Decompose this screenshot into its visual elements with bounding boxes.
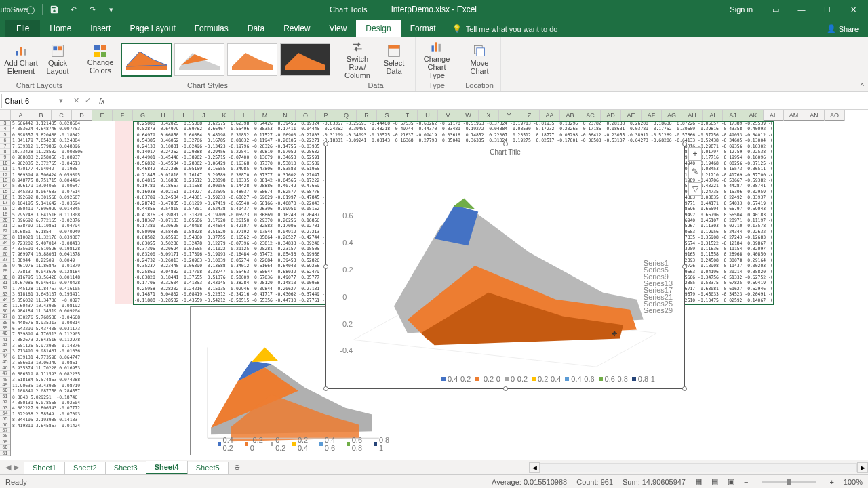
svg-rect-1 (20, 47, 22, 56)
sheet-nav-prev-icon[interactable]: ◀ (5, 463, 11, 472)
tab-data[interactable]: Data (238, 20, 274, 37)
sheet-tab-3[interactable]: Sheet3 (106, 462, 146, 474)
change-colors-button[interactable]: Change Colors (83, 38, 117, 81)
chart-tools-label: Chart Tools (330, 5, 367, 14)
sheet-nav-next-icon[interactable]: ▶ (14, 463, 19, 472)
svg-marker-22 (252, 347, 279, 362)
scroll-left-icon[interactable]: ◀ (529, 462, 540, 473)
tab-page-layout[interactable]: Page Layout (120, 20, 184, 37)
svg-rect-4 (53, 46, 57, 50)
svg-rect-2 (24, 49, 26, 55)
change-chart-type-button[interactable]: Change Chart Type (420, 38, 454, 81)
sheet-tab-4[interactable]: Sheet4 (146, 461, 188, 474)
tab-insert[interactable]: Insert (81, 20, 120, 37)
zoom-level[interactable]: 100% (844, 478, 863, 486)
resize-handle[interactable] (323, 142, 328, 146)
zoom-out-icon[interactable]: − (744, 478, 748, 486)
data-cells-left[interactable]: 5.666442 3.121435 0.028604 4.053624 4.64… (12, 121, 83, 428)
style-thumb-4[interactable] (280, 43, 330, 76)
select-data-button[interactable]: Select Data (377, 38, 411, 81)
resize-handle[interactable] (323, 264, 328, 269)
svg-rect-0 (16, 51, 18, 56)
view-normal-icon[interactable]: ▦ (695, 477, 702, 486)
group-type: Type (429, 81, 445, 90)
redo-icon[interactable]: ↷ (83, 1, 101, 18)
move-cursor-icon: ✥ (612, 330, 617, 338)
quick-layout-button[interactable]: Quick Layout (41, 38, 75, 81)
share-icon: 👤 (827, 24, 836, 33)
style-thumb-3[interactable] (227, 43, 277, 76)
minimize-icon[interactable]: — (789, 0, 814, 19)
ribbon-display-icon[interactable]: ▭ (764, 0, 788, 19)
maximize-icon[interactable]: ☐ (815, 0, 840, 19)
tab-review[interactable]: Review (274, 20, 319, 37)
resize-handle[interactable] (503, 386, 508, 391)
resize-handle[interactable] (503, 142, 508, 146)
legend-main: 0.4-0.2-0.2-00-0.20.2-0.40.4-0.60.6-0.80… (441, 375, 655, 383)
highlight-col-e (115, 121, 134, 304)
share-button[interactable]: 👤 Share (817, 21, 868, 37)
svg-marker-10 (232, 53, 273, 70)
sheet-tab-1[interactable]: Sheet1 (24, 462, 65, 474)
tab-format[interactable]: Format (401, 20, 446, 37)
resize-handle[interactable] (682, 264, 687, 269)
tellme-search[interactable]: 💡 Tell me what you want to do (446, 21, 565, 37)
resize-handle[interactable] (682, 142, 687, 146)
formula-bar[interactable] (108, 94, 854, 108)
ribbon-tabs: File Home Insert Page Layout Formulas Da… (0, 19, 868, 37)
signin-link[interactable]: Sign in (730, 5, 753, 14)
column-headers[interactable]: ABCDEFGHIJKLMNOPQRSTUVWXYZAAABACADAEAFAG… (0, 110, 845, 121)
sheet-tab-5[interactable]: Sheet5 (188, 462, 229, 474)
tab-formulas[interactable]: Formulas (185, 20, 238, 37)
chart-filters-button[interactable]: ▽ (688, 182, 702, 196)
sheet-tab-2[interactable]: Sheet2 (65, 462, 106, 474)
svg-text:0.2: 0.2 (342, 266, 353, 274)
zoom-slider[interactable] (762, 481, 816, 483)
enter-fx-icon[interactable]: ✓ (85, 96, 91, 105)
move-chart-button[interactable]: Move Chart (462, 38, 496, 81)
formula-bar-row: Chart 6▾ ✕ ✓ fx (0, 92, 868, 110)
svg-marker-11 (285, 53, 326, 70)
tab-design[interactable]: Design (356, 20, 400, 37)
save-icon[interactable] (45, 1, 63, 18)
worksheet-area[interactable]: ABCDEFGHIJKLMNOPQRSTUVWXYZAAABACADAEAFAG… (0, 110, 868, 460)
chart-styles-gallery[interactable] (120, 42, 332, 77)
style-thumb-1[interactable] (121, 43, 172, 76)
svg-text:Series29: Series29 (644, 306, 673, 314)
close-icon[interactable]: ✕ (841, 0, 865, 19)
chart-elements-button[interactable]: + (688, 147, 702, 161)
add-chart-element-button[interactable]: Add Chart Element (4, 38, 38, 81)
horizontal-scrollbar[interactable]: ◀ ▶ (529, 462, 868, 473)
svg-text:-0.2: -0.2 (340, 320, 353, 328)
chart-styles-button[interactable]: ✎ (688, 165, 702, 178)
collapse-ribbon-icon[interactable]: ^ (861, 82, 864, 90)
add-sheet-button[interactable]: ⊕ (229, 461, 245, 474)
svg-rect-15 (435, 42, 437, 51)
tab-file[interactable]: File (5, 20, 40, 37)
svg-text:0.4: 0.4 (342, 239, 353, 247)
undo-icon[interactable]: ↶ (64, 1, 82, 18)
view-page-break-icon[interactable]: ▣ (728, 477, 734, 486)
lightbulb-icon: 💡 (452, 24, 462, 33)
resize-handle[interactable] (323, 386, 328, 391)
scroll-right-icon[interactable]: ▶ (857, 462, 868, 473)
svg-text:0: 0 (342, 293, 347, 301)
switch-row-column-button[interactable]: Switch Row/ Column (340, 38, 374, 81)
resize-handle[interactable] (682, 386, 687, 391)
group-data: Data (368, 81, 383, 90)
view-page-layout-icon[interactable]: ▤ (711, 477, 718, 486)
style-thumb-2[interactable] (174, 43, 224, 76)
name-box[interactable]: Chart 6▾ (1, 94, 66, 108)
svg-rect-16 (439, 44, 441, 52)
chart-object-selected[interactable]: Chart Title 0.6 0.4 0.2 (326, 144, 685, 389)
cancel-fx-icon[interactable]: ✕ (73, 96, 79, 105)
tab-home[interactable]: Home (40, 20, 81, 37)
fx-icon[interactable]: fx (96, 97, 108, 105)
qat-custom-icon[interactable]: ▾ (102, 1, 120, 18)
svg-marker-6 (126, 52, 167, 70)
autosave-toggle[interactable]: AutoSave (3, 1, 20, 18)
row-headers[interactable]: 3456789101112131415161718192021222324252… (0, 121, 11, 456)
zoom-in-icon[interactable]: + (829, 478, 833, 486)
autosave-switch[interactable]: ◯ (22, 1, 39, 18)
tab-view[interactable]: View (320, 20, 357, 37)
